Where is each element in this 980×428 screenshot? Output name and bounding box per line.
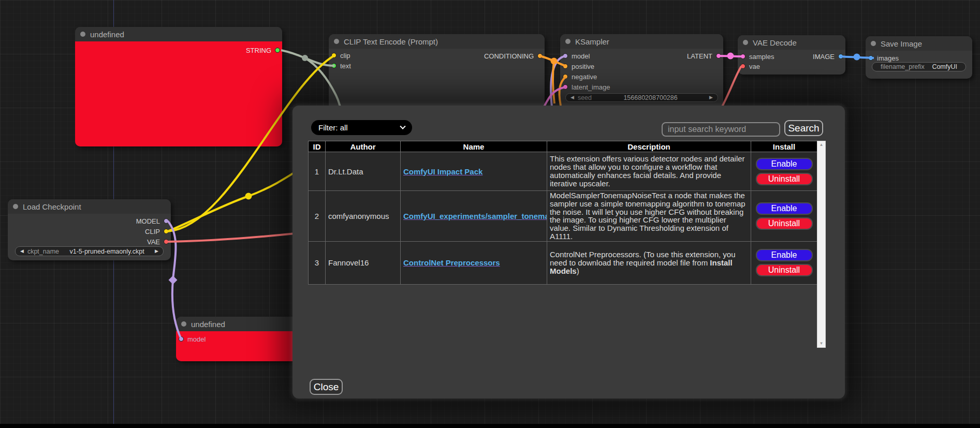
input-slot-latent-image[interactable]: latent_image: [563, 83, 610, 91]
collapse-dot-icon[interactable]: [871, 41, 876, 46]
output-slot-model[interactable]: MODEL: [136, 217, 169, 225]
output-dot-model[interactable]: [164, 218, 169, 224]
input-dot-negative[interactable]: [563, 74, 568, 79]
uninstall-button[interactable]: Uninstall: [756, 173, 813, 185]
cell-description: ModelSamplerTonemapNoiseTest a node that…: [547, 191, 751, 242]
output-dot-conditioning[interactable]: [537, 53, 543, 58]
output-slot-conditioning[interactable]: CONDITIONING: [484, 52, 543, 60]
node-undefined-string[interactable]: undefined STRING: [75, 27, 282, 146]
col-header-id: ID: [309, 141, 326, 152]
node-title-bar[interactable]: CLIP Text Encode (Prompt): [329, 34, 545, 49]
reroute-dot-conditioning[interactable]: [551, 58, 558, 65]
decrement-arrow-icon[interactable]: ◀: [571, 95, 574, 100]
input-dot-samples[interactable]: [740, 54, 745, 59]
output-slot-latent[interactable]: LATENT: [687, 52, 721, 60]
node-title: KSampler: [575, 37, 609, 46]
custom-nodes-manager-dialog: Filter: all Search ID Author Name Descri…: [292, 106, 845, 399]
reroute-dot-latent[interactable]: [727, 53, 734, 60]
node-title-bar[interactable]: undefined: [75, 27, 282, 41]
input-slot-model[interactable]: model: [563, 52, 590, 60]
extension-link[interactable]: ControlNet Preprocessors: [403, 258, 500, 267]
node-save-image[interactable]: Save Image images filename_prefix ComfyU…: [866, 36, 972, 79]
search-input[interactable]: [662, 122, 780, 137]
ckpt-name-widget[interactable]: ◀ ckpt_name v1-5-pruned-emaonly.ckpt ▶: [15, 246, 164, 256]
input-slot-positive[interactable]: positive: [563, 62, 594, 70]
collapse-dot-icon[interactable]: [181, 321, 186, 327]
node-title-bar[interactable]: VAE Decode: [738, 35, 845, 50]
search-button[interactable]: Search: [784, 120, 823, 136]
increment-arrow-icon[interactable]: ▶: [709, 95, 713, 100]
wire-string: [281, 50, 334, 66]
enable-button[interactable]: Enable: [756, 202, 813, 215]
extension-link[interactable]: ComfyUI_experiments/sampler_tonemap: [403, 212, 547, 220]
next-arrow-icon[interactable]: ▶: [155, 249, 158, 254]
collapse-dot-icon[interactable]: [565, 39, 571, 44]
reroute-dot-string[interactable]: [302, 55, 308, 61]
close-button[interactable]: Close: [310, 379, 343, 395]
reroute-dot-image[interactable]: [854, 54, 860, 61]
input-dot-clip[interactable]: [331, 53, 337, 58]
input-dot-model[interactable]: [563, 53, 568, 58]
seed-widget[interactable]: ◀ seed 156680208700286 ▶: [565, 93, 718, 102]
output-slot-string[interactable]: STRING: [246, 46, 280, 54]
output-dot-latent[interactable]: [716, 53, 721, 58]
scroll-down-icon[interactable]: ▼: [817, 340, 825, 347]
node-ksampler[interactable]: KSampler model positive negative latent_…: [560, 34, 723, 112]
node-title-bar[interactable]: Save Image: [866, 36, 972, 51]
node-graph-canvas[interactable]: undefined STRING CLIP Text Encode (Promp…: [0, 0, 980, 428]
output-slot-image[interactable]: IMAGE: [813, 52, 843, 61]
col-header-author: Author: [326, 141, 401, 152]
uninstall-button[interactable]: Uninstall: [756, 264, 813, 276]
scroll-up-icon[interactable]: ▲: [817, 141, 825, 149]
filename-prefix-widget[interactable]: filename_prefix ComfyUI: [872, 62, 966, 71]
output-dot-clip[interactable]: [164, 229, 169, 234]
node-clip-text-encode[interactable]: CLIP Text Encode (Prompt) clip text COND…: [329, 34, 545, 112]
enable-button[interactable]: Enable: [756, 158, 813, 170]
filter-select[interactable]: Filter: all: [311, 120, 412, 135]
node-undefined-model[interactable]: undefined model: [176, 317, 298, 361]
node-title-bar[interactable]: Load Checkpoint: [8, 199, 171, 214]
node-title-bar[interactable]: undefined: [176, 317, 298, 331]
node-title: Save Image: [881, 39, 922, 48]
input-slot-negative[interactable]: negative: [563, 72, 597, 81]
collapse-dot-icon[interactable]: [334, 39, 339, 44]
collapse-dot-icon[interactable]: [743, 40, 748, 45]
output-slot-clip[interactable]: CLIP: [145, 227, 169, 235]
input-dot-positive[interactable]: [563, 64, 568, 69]
table-scrollbar[interactable]: ▲ ▼: [817, 141, 826, 348]
input-slot-text[interactable]: text: [331, 62, 351, 70]
enable-button[interactable]: Enable: [756, 249, 813, 261]
reroute-dot-clip[interactable]: [245, 193, 252, 200]
output-dot-string[interactable]: [275, 48, 280, 53]
input-dot-model[interactable]: [179, 336, 184, 342]
output-slot-vae[interactable]: VAE: [147, 238, 169, 246]
input-dot-images[interactable]: [868, 55, 873, 61]
uninstall-button[interactable]: Uninstall: [756, 217, 813, 230]
output-dot-vae[interactable]: [164, 239, 169, 244]
table-header-row: ID Author Name Description Install: [309, 141, 817, 152]
wire-conditioning-branch: [553, 61, 554, 104]
input-slot-images[interactable]: images: [868, 54, 899, 62]
col-header-install: Install: [751, 141, 817, 152]
output-dot-image[interactable]: [838, 54, 843, 59]
col-header-description: Description: [547, 141, 751, 152]
input-slot-vae[interactable]: vae: [740, 62, 760, 70]
node-title-bar[interactable]: KSampler: [560, 34, 723, 49]
node-title: undefined: [191, 320, 225, 329]
input-slot-samples[interactable]: samples: [740, 52, 774, 61]
canvas-edge: [0, 424, 980, 428]
input-dot-text[interactable]: [331, 63, 337, 68]
reroute-diamond-model[interactable]: [169, 276, 178, 285]
input-slot-clip[interactable]: clip: [331, 51, 350, 60]
input-dot-latent-image[interactable]: [563, 84, 568, 90]
node-load-checkpoint[interactable]: Load Checkpoint MODEL CLIP VAE ◀ ckpt_na…: [8, 199, 171, 260]
extension-link[interactable]: ComfyUI Impact Pack: [403, 167, 482, 176]
prev-arrow-icon[interactable]: ◀: [20, 249, 24, 254]
input-slot-model[interactable]: model: [179, 335, 206, 343]
cell-author: Dr.Lt.Data: [326, 152, 401, 191]
col-header-name: Name: [401, 141, 547, 152]
node-vae-decode[interactable]: VAE Decode samples vae IMAGE: [738, 35, 845, 75]
collapse-dot-icon[interactable]: [80, 32, 85, 37]
collapse-dot-icon[interactable]: [13, 204, 18, 209]
input-dot-vae[interactable]: [740, 64, 745, 69]
